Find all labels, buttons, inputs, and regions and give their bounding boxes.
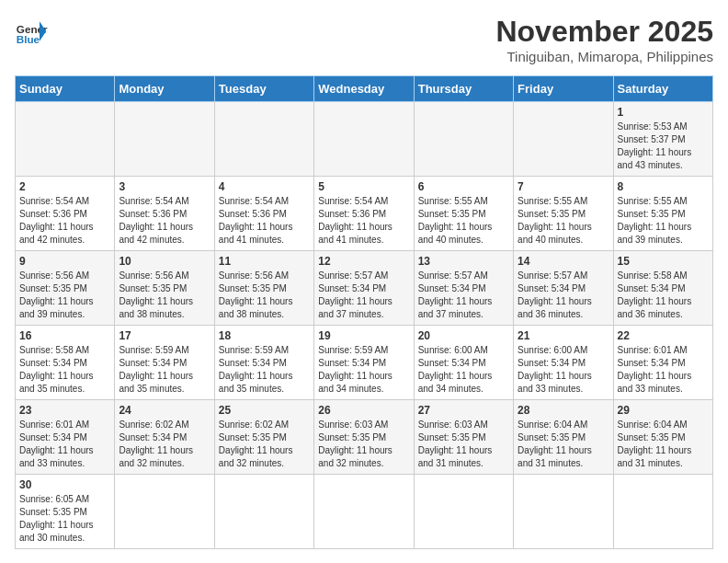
day-number: 15 — [618, 255, 709, 268]
title-area: November 2025 Tiniguiban, Mimaropa, Phil… — [495, 15, 713, 64]
calendar-cell: 15Sunrise: 5:58 AM Sunset: 5:34 PM Dayli… — [613, 251, 712, 326]
day-info: Sunrise: 6:03 AM Sunset: 5:35 PM Dayligh… — [318, 419, 409, 470]
day-info: Sunrise: 6:05 AM Sunset: 5:35 PM Dayligh… — [19, 493, 110, 545]
day-info: Sunrise: 6:00 AM Sunset: 5:34 PM Dayligh… — [518, 344, 609, 396]
day-number: 19 — [318, 329, 409, 342]
day-number: 14 — [518, 255, 609, 268]
calendar-cell: 11Sunrise: 5:56 AM Sunset: 5:35 PM Dayli… — [214, 251, 313, 326]
day-number: 4 — [219, 180, 310, 193]
day-number: 30 — [19, 478, 110, 491]
calendar-cell: 21Sunrise: 6:00 AM Sunset: 5:34 PM Dayli… — [514, 326, 613, 400]
day-info: Sunrise: 5:58 AM Sunset: 5:34 PM Dayligh… — [19, 344, 110, 396]
day-number: 29 — [618, 404, 709, 417]
day-info: Sunrise: 5:56 AM Sunset: 5:35 PM Dayligh… — [119, 270, 210, 321]
calendar-table: SundayMondayTuesdayWednesdayThursdayFrid… — [15, 75, 713, 549]
day-info: Sunrise: 5:55 AM Sunset: 5:35 PM Dayligh… — [518, 195, 609, 247]
calendar-cell: 1Sunrise: 5:53 AM Sunset: 5:37 PM Daylig… — [613, 102, 712, 177]
day-number: 18 — [219, 329, 310, 342]
calendar-cell — [414, 102, 513, 177]
calendar-cell — [214, 475, 313, 549]
day-info: Sunrise: 5:55 AM Sunset: 5:35 PM Dayligh… — [418, 195, 509, 247]
calendar-cell: 18Sunrise: 5:59 AM Sunset: 5:34 PM Dayli… — [214, 326, 313, 400]
calendar-cell: 16Sunrise: 5:58 AM Sunset: 5:34 PM Dayli… — [16, 326, 115, 400]
calendar-cell: 6Sunrise: 5:55 AM Sunset: 5:35 PM Daylig… — [414, 177, 513, 251]
day-number: 2 — [19, 180, 110, 193]
calendar-cell: 27Sunrise: 6:03 AM Sunset: 5:35 PM Dayli… — [414, 400, 513, 475]
calendar-cell: 7Sunrise: 5:55 AM Sunset: 5:35 PM Daylig… — [514, 177, 613, 251]
calendar-week-row: 1Sunrise: 5:53 AM Sunset: 5:37 PM Daylig… — [16, 102, 713, 177]
day-number: 24 — [119, 404, 210, 417]
day-info: Sunrise: 6:03 AM Sunset: 5:35 PM Dayligh… — [418, 419, 509, 470]
day-info: Sunrise: 5:57 AM Sunset: 5:34 PM Dayligh… — [518, 270, 609, 321]
day-info: Sunrise: 5:55 AM Sunset: 5:35 PM Dayligh… — [618, 195, 709, 247]
calendar-week-row: 30Sunrise: 6:05 AM Sunset: 5:35 PM Dayli… — [16, 475, 713, 549]
day-number: 17 — [119, 329, 210, 342]
day-info: Sunrise: 5:54 AM Sunset: 5:36 PM Dayligh… — [318, 195, 409, 247]
calendar-cell: 19Sunrise: 5:59 AM Sunset: 5:34 PM Dayli… — [314, 326, 414, 400]
day-info: Sunrise: 6:02 AM Sunset: 5:34 PM Dayligh… — [119, 419, 210, 470]
calendar-cell — [613, 475, 712, 549]
logo: General Blue — [15, 15, 48, 48]
calendar-cell: 17Sunrise: 5:59 AM Sunset: 5:34 PM Dayli… — [115, 326, 214, 400]
day-number: 7 — [518, 180, 609, 193]
day-number: 12 — [318, 255, 409, 268]
day-info: Sunrise: 5:59 AM Sunset: 5:34 PM Dayligh… — [119, 344, 210, 396]
calendar-cell — [115, 102, 214, 177]
calendar-cell: 2Sunrise: 5:54 AM Sunset: 5:36 PM Daylig… — [16, 177, 115, 251]
day-info: Sunrise: 6:01 AM Sunset: 5:34 PM Dayligh… — [618, 344, 709, 396]
day-info: Sunrise: 5:57 AM Sunset: 5:34 PM Dayligh… — [318, 270, 409, 321]
header-day-thursday: Thursday — [414, 76, 513, 102]
calendar-cell: 14Sunrise: 5:57 AM Sunset: 5:34 PM Dayli… — [514, 251, 613, 326]
calendar-week-row: 16Sunrise: 5:58 AM Sunset: 5:34 PM Dayli… — [16, 326, 713, 400]
day-info: Sunrise: 5:56 AM Sunset: 5:35 PM Dayligh… — [19, 270, 110, 321]
calendar-cell: 12Sunrise: 5:57 AM Sunset: 5:34 PM Dayli… — [314, 251, 414, 326]
calendar-cell: 29Sunrise: 6:04 AM Sunset: 5:35 PM Dayli… — [613, 400, 712, 475]
calendar-cell: 23Sunrise: 6:01 AM Sunset: 5:34 PM Dayli… — [16, 400, 115, 475]
day-number: 11 — [219, 255, 310, 268]
calendar-cell: 24Sunrise: 6:02 AM Sunset: 5:34 PM Dayli… — [115, 400, 214, 475]
calendar-cell: 26Sunrise: 6:03 AM Sunset: 5:35 PM Dayli… — [314, 400, 414, 475]
calendar-cell: 10Sunrise: 5:56 AM Sunset: 5:35 PM Dayli… — [115, 251, 214, 326]
day-info: Sunrise: 5:59 AM Sunset: 5:34 PM Dayligh… — [219, 344, 310, 396]
day-info: Sunrise: 5:54 AM Sunset: 5:36 PM Dayligh… — [219, 195, 310, 247]
calendar-cell: 20Sunrise: 6:00 AM Sunset: 5:34 PM Dayli… — [414, 326, 513, 400]
svg-text:Blue: Blue — [17, 33, 40, 45]
month-title: November 2025 — [495, 15, 713, 49]
day-info: Sunrise: 6:04 AM Sunset: 5:35 PM Dayligh… — [618, 419, 709, 470]
day-number: 3 — [119, 180, 210, 193]
calendar-cell: 8Sunrise: 5:55 AM Sunset: 5:35 PM Daylig… — [613, 177, 712, 251]
day-info: Sunrise: 5:59 AM Sunset: 5:34 PM Dayligh… — [318, 344, 409, 396]
day-number: 10 — [119, 255, 210, 268]
day-number: 9 — [19, 255, 110, 268]
day-info: Sunrise: 6:01 AM Sunset: 5:34 PM Dayligh… — [19, 419, 110, 470]
calendar-week-row: 23Sunrise: 6:01 AM Sunset: 5:34 PM Dayli… — [16, 400, 713, 475]
logo-icon: General Blue — [15, 15, 48, 48]
day-number: 21 — [518, 329, 609, 342]
calendar-cell — [115, 475, 214, 549]
day-number: 25 — [219, 404, 310, 417]
header-day-saturday: Saturday — [613, 76, 712, 102]
day-number: 27 — [418, 404, 509, 417]
day-number: 6 — [418, 180, 509, 193]
day-info: Sunrise: 6:00 AM Sunset: 5:34 PM Dayligh… — [418, 344, 509, 396]
calendar-cell — [314, 102, 414, 177]
calendar-cell: 9Sunrise: 5:56 AM Sunset: 5:35 PM Daylig… — [16, 251, 115, 326]
calendar-cell — [16, 102, 115, 177]
day-info: Sunrise: 5:54 AM Sunset: 5:36 PM Dayligh… — [119, 195, 210, 247]
calendar-cell — [514, 102, 613, 177]
day-number: 13 — [418, 255, 509, 268]
day-info: Sunrise: 5:56 AM Sunset: 5:35 PM Dayligh… — [219, 270, 310, 321]
calendar-cell: 25Sunrise: 6:02 AM Sunset: 5:35 PM Dayli… — [214, 400, 313, 475]
calendar-cell: 13Sunrise: 5:57 AM Sunset: 5:34 PM Dayli… — [414, 251, 513, 326]
calendar-header-row: SundayMondayTuesdayWednesdayThursdayFrid… — [16, 76, 713, 102]
day-number: 16 — [19, 329, 110, 342]
header-day-monday: Monday — [115, 76, 214, 102]
day-info: Sunrise: 5:54 AM Sunset: 5:36 PM Dayligh… — [19, 195, 110, 247]
header-day-tuesday: Tuesday — [214, 76, 313, 102]
day-info: Sunrise: 5:53 AM Sunset: 5:37 PM Dayligh… — [618, 121, 709, 172]
calendar-cell: 30Sunrise: 6:05 AM Sunset: 5:35 PM Dayli… — [16, 475, 115, 549]
day-number: 5 — [318, 180, 409, 193]
day-info: Sunrise: 6:02 AM Sunset: 5:35 PM Dayligh… — [219, 419, 310, 470]
day-number: 8 — [618, 180, 709, 193]
header-day-friday: Friday — [514, 76, 613, 102]
